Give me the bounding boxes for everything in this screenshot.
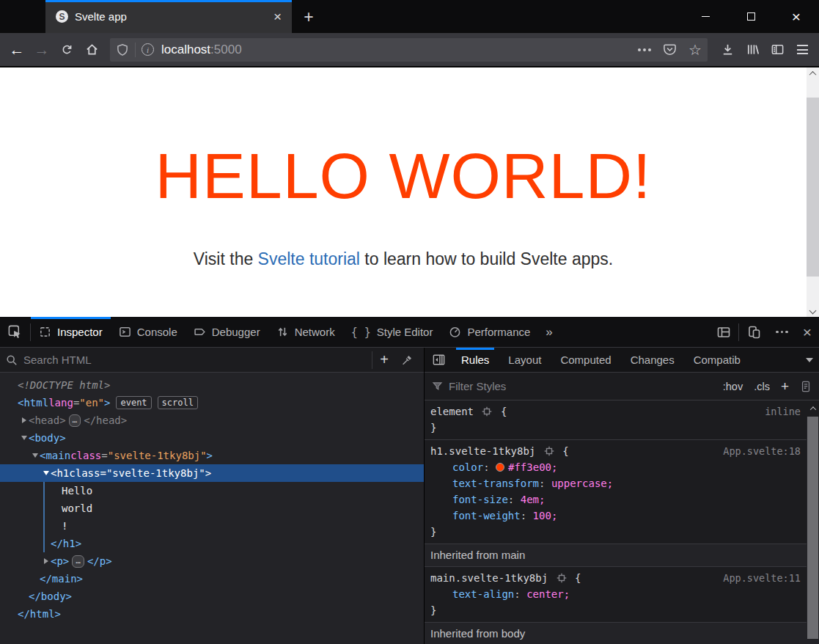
tab-rules[interactable]: Rules	[452, 348, 499, 372]
dom-node[interactable]: </main>	[0, 570, 424, 588]
back-button[interactable]: ←	[4, 37, 29, 62]
twisty-open-icon[interactable]	[41, 471, 51, 475]
add-node-button[interactable]: +	[372, 351, 396, 368]
svelte-tutorial-link[interactable]: Svelte tutorial	[258, 249, 360, 268]
selector-highlighter-icon[interactable]	[482, 406, 492, 417]
close-devtools-button[interactable]: ×	[796, 317, 819, 347]
minimize-button[interactable]	[683, 0, 728, 33]
twisty-closed-icon[interactable]	[19, 417, 29, 423]
forward-button[interactable]: →	[29, 37, 54, 62]
eyedropper-button[interactable]	[396, 348, 418, 372]
rules-scrollbar-thumb[interactable]	[807, 417, 818, 639]
css-declaration[interactable]: color: #ff3e00;	[430, 459, 807, 475]
scroll-up-icon[interactable]	[807, 67, 819, 80]
dom-node[interactable]: world	[0, 500, 424, 517]
dom-node[interactable]: </body>	[0, 588, 424, 605]
twisty-open-icon[interactable]	[19, 436, 29, 440]
scroll-badge[interactable]: scroll	[158, 396, 198, 409]
more-tools-chevron[interactable]: »	[538, 325, 559, 340]
active-tab-indicator	[45, 0, 292, 2]
filter-styles-input[interactable]	[449, 380, 723, 392]
tab-style-editor[interactable]: { } Style Editor	[343, 317, 441, 347]
tab-layout[interactable]: Layout	[499, 348, 551, 372]
url-bar[interactable]: i localhost:5000 ☆	[110, 38, 708, 62]
dom-node-selected[interactable]: <h1 class="svelte-1tky8bj">	[0, 464, 424, 482]
rule-selector[interactable]: element	[430, 406, 474, 417]
tab-compatibility[interactable]: Compatib	[684, 348, 750, 372]
css-declaration[interactable]: font-weight: 100;	[430, 508, 807, 524]
dom-node[interactable]: <head>…</head>	[0, 411, 424, 429]
twisty-open-icon[interactable]	[30, 453, 40, 458]
tab-debugger[interactable]: Debugger	[186, 317, 268, 347]
network-icon	[276, 326, 289, 338]
dom-node[interactable]: <!DOCTYPE html>	[0, 376, 424, 394]
responsive-design-button[interactable]	[739, 317, 768, 347]
new-tab-button[interactable]: +	[297, 5, 320, 29]
print-simulation-icon[interactable]	[800, 381, 812, 392]
search-html-input[interactable]	[23, 354, 372, 366]
menu-button[interactable]	[790, 37, 815, 62]
url-text[interactable]: localhost:5000	[161, 43, 632, 57]
dom-node[interactable]: <html lang="en">eventscroll	[0, 394, 424, 411]
rules-scroll-up-icon[interactable]	[807, 400, 819, 417]
collapsed-ellipsis[interactable]: …	[69, 414, 81, 427]
tab-performance[interactable]: Performance	[441, 317, 538, 347]
add-rule-button[interactable]: +	[781, 378, 789, 395]
dom-node[interactable]: </h1>	[0, 535, 424, 552]
rule-selector[interactable]: main.svelte-1tky8bj	[430, 572, 548, 584]
tab-computed[interactable]: Computed	[551, 348, 620, 372]
tab-console[interactable]: Console	[111, 317, 186, 347]
tab-network[interactable]: Network	[268, 317, 343, 347]
scroll-down-icon[interactable]	[807, 304, 819, 317]
dom-node[interactable]: Hello	[0, 482, 424, 500]
devtools-menu-button[interactable]	[768, 317, 796, 347]
color-swatch[interactable]	[496, 463, 504, 472]
sidebar-collapse-button[interactable]	[425, 348, 452, 372]
rule-selector[interactable]: h1.svelte-1tky8bj	[430, 445, 535, 457]
rules-scrollbar[interactable]	[807, 400, 819, 644]
pocket-icon[interactable]	[663, 43, 677, 56]
dom-node[interactable]: </html>	[0, 605, 424, 623]
inspector-icon	[39, 326, 51, 338]
close-button[interactable]: ×	[774, 0, 819, 33]
window-controls: ×	[683, 0, 819, 33]
downloads-button[interactable]	[715, 37, 740, 62]
page-actions-icon[interactable]	[638, 48, 651, 51]
tracking-protection-shield-icon[interactable]	[116, 43, 129, 56]
reload-button[interactable]	[54, 37, 79, 62]
browser-tab[interactable]: S Svelte app ×	[45, 0, 292, 33]
dom-node[interactable]: !	[0, 517, 424, 535]
scrollbar-thumb[interactable]	[807, 98, 819, 277]
page-viewport: HELLO WORLD! Visit the Svelte tutorial t…	[0, 67, 819, 317]
twisty-closed-icon[interactable]	[41, 558, 51, 564]
maximize-button[interactable]	[728, 0, 774, 33]
dom-node[interactable]: <main class="svelte-1tky8bj">	[0, 447, 424, 464]
home-button[interactable]	[79, 37, 104, 62]
element-picker-button[interactable]	[0, 317, 30, 347]
event-badge[interactable]: event	[116, 396, 151, 409]
rule-source-link[interactable]: inline	[765, 403, 801, 420]
bookmark-star-icon[interactable]: ☆	[688, 43, 702, 57]
selector-highlighter-icon[interactable]	[544, 446, 554, 456]
class-panel-toggle[interactable]: .cls	[754, 381, 770, 392]
collapsed-ellipsis[interactable]: …	[72, 555, 84, 568]
sidebars-button[interactable]	[765, 37, 790, 62]
page-scrollbar[interactable]	[807, 67, 819, 317]
pseudo-class-toggle[interactable]: :hov	[723, 381, 743, 392]
css-declaration[interactable]: text-transform: uppercase;	[430, 475, 807, 491]
tab-inspector[interactable]: Inspector	[31, 317, 111, 347]
rule-source-link[interactable]: App.svelte:18	[723, 443, 801, 459]
library-button[interactable]	[740, 37, 765, 62]
dom-node[interactable]: <p>…</p>	[0, 552, 424, 570]
css-declaration[interactable]: text-align: center;	[430, 586, 807, 602]
selector-highlighter-icon[interactable]	[557, 573, 567, 583]
tab-label: Style Editor	[377, 326, 433, 338]
css-declaration[interactable]: font-size: 4em;	[430, 491, 807, 508]
tab-close-icon[interactable]: ×	[271, 10, 284, 23]
all-tabs-dropdown[interactable]	[800, 358, 819, 362]
rule-source-link[interactable]: App.svelte:11	[723, 570, 801, 586]
tab-changes[interactable]: Changes	[621, 348, 684, 372]
site-info-icon[interactable]: i	[142, 43, 154, 56]
dom-node[interactable]: <body>	[0, 429, 424, 447]
split-console-button[interactable]	[709, 317, 738, 347]
